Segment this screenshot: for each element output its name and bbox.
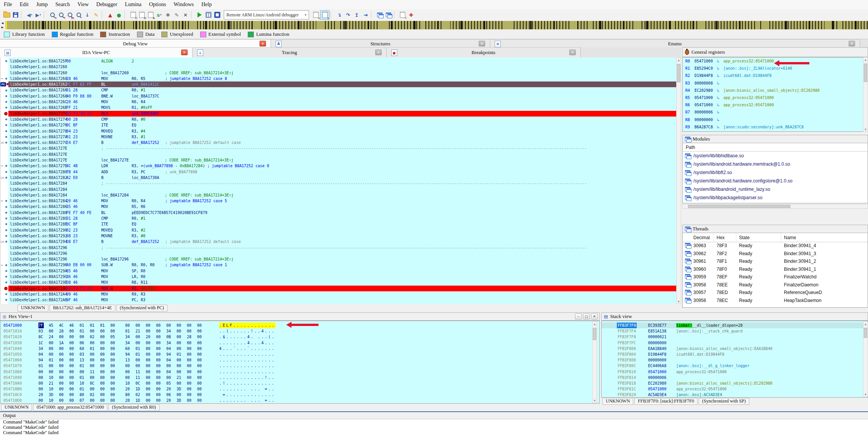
hex-row[interactable]: 0547108000000000001100000011000004000000… xyxy=(0,369,599,375)
lumina-icon[interactable]: ● xyxy=(115,11,123,19)
hex-close-icon[interactable]: ✕ xyxy=(591,313,598,320)
hex-row[interactable]: 054710B00010000001000000201D0000203D0000… xyxy=(0,386,599,392)
disasm-line[interactable]: libDexHelper1.so:B8A1729A85 46MOVSP, R0 xyxy=(8,268,676,274)
debug-windows-icon[interactable] xyxy=(375,11,384,19)
hex-dump[interactable]: 054710007F454C46010101000000000000000000… xyxy=(0,321,600,404)
register-row[interactable]: R700000006↳ xyxy=(683,110,868,117)
desktop-windows-icon[interactable] xyxy=(384,11,393,19)
register-row[interactable]: R4EC202980↳[anon:bionic_alloc_small_obje… xyxy=(683,88,868,96)
instruction-dot[interactable] xyxy=(5,171,7,173)
instruction-dot[interactable] xyxy=(5,299,7,301)
disasm-line[interactable]: libDexHelper1.so:B8A17288FE F7 40 FEBLpE… xyxy=(8,210,676,216)
thread-row[interactable]: 3095978EFReadyFinalizerWatchd xyxy=(683,273,868,281)
disasm-line[interactable]: libDexHelper1.so:B8A1729ED8 46MOVR8, R11 xyxy=(8,280,676,285)
module-row[interactable]: /system/lib/libft2.so xyxy=(683,168,868,177)
disasm-line[interactable]: libDexHelper1.so:B8A1726601 28CMPR0, #1 xyxy=(8,87,676,93)
continue-process-button[interactable] xyxy=(195,11,204,19)
register-row[interactable]: R9B6A287C8↳[anon:scudo:secondary]:unk_B6… xyxy=(683,125,868,132)
instruction-dot[interactable] xyxy=(5,270,7,272)
stack-row[interactable]: FFB3F7FC00000000 xyxy=(602,340,868,346)
debugger-backend-select[interactable]: Remote ARM Linux/Android debugger▼ xyxy=(224,10,309,19)
menu-item-options[interactable]: Options xyxy=(145,1,170,8)
module-row[interactable]: /system/lib/libhidlbase.so xyxy=(683,152,868,160)
instruction-dot[interactable] xyxy=(5,217,7,219)
instruction-dot[interactable] xyxy=(5,229,7,231)
disasm-line[interactable]: libDexHelper1.so:B8A172A04F F4 F1 63MOV.… xyxy=(8,286,676,291)
make-code-icon[interactable]: C xyxy=(129,11,137,19)
stop-process-button[interactable] xyxy=(213,11,221,19)
stack-list[interactable]: FFB3F7F0EC393E77linker:__dl__loader_dlop… xyxy=(601,321,868,398)
stack-scrollbar[interactable]: ▲▼ xyxy=(863,321,868,397)
instruction-dot[interactable] xyxy=(5,142,7,144)
search-sequence-icon[interactable]: 01 xyxy=(65,11,74,19)
menu-item-debugger[interactable]: Debugger xyxy=(92,1,121,8)
hex-row[interactable]: 0547101003002800010000000121000034000000… xyxy=(0,328,599,334)
menu-item-jump[interactable]: Jump xyxy=(32,1,51,8)
navigate-back-icon[interactable]: ◀▾ xyxy=(25,11,34,19)
disasm-line[interactable]: libDexHelper1.so:B8A1729C86 46MOVLR, R0 xyxy=(8,274,676,280)
thread-row[interactable]: 3095878EEReadyFinalizerDaemon xyxy=(683,281,868,289)
nav-scroll-left-icon[interactable]: ◀ xyxy=(0,21,5,25)
save-icon[interactable] xyxy=(11,11,20,19)
hex-row[interactable]: 054710A000210000100C0000100C000005000000… xyxy=(0,380,599,386)
disasm-line[interactable]: libDexHelper1.so:B8A1727CE4 E7Bdef_B8A17… xyxy=(8,140,676,145)
tab-close-icon[interactable]: ✕ xyxy=(375,50,382,55)
edit-function-icon[interactable]: ✎ xyxy=(172,11,181,19)
disasm-line[interactable]: libDexHelper1.so:B8A172A499 46MOVR9, R3 xyxy=(8,291,676,297)
stack-row[interactable]: FFB3F800EAA1B840[anon:bionic_alloc_small… xyxy=(602,346,868,352)
menu-item-view[interactable]: View xyxy=(74,1,92,8)
instruction-dot[interactable] xyxy=(5,107,7,109)
instruction-dot[interactable] xyxy=(5,124,7,126)
disasm-line[interactable]: libDexHelper1.so:B8A17270B1 F7 34 ECBLXu… xyxy=(8,111,676,117)
disasm-line[interactable]: libDexHelper1.so:B8A1728242 E0Bloc_B8A17… xyxy=(8,175,676,181)
add-breakpoint-icon[interactable]: ✚ xyxy=(407,11,416,19)
disasm-line[interactable]: libDexHelper1.so:B8A1728420 46MOVR0, R4;… xyxy=(8,198,676,204)
disasm-line[interactable]: libDexHelper1.so:B8A1727E xyxy=(8,152,676,157)
disasm-line[interactable]: libDexHelper1.so:B8A17296A0 EB 00 00SUB.… xyxy=(8,262,676,268)
stack-row[interactable]: FFB3F81400000006 xyxy=(602,375,868,380)
instruction-dot[interactable] xyxy=(5,200,7,202)
thread-row[interactable]: 3096178F1ReadyBinder:30941_2 xyxy=(683,258,868,266)
disasm-line[interactable]: libDexHelper1.so:B8A1729208 23MOVNER3, #… xyxy=(8,233,676,239)
modules-column-header[interactable]: Path xyxy=(682,143,868,152)
stack-row[interactable]: FFB3F81C05471000app_process32:05471000 xyxy=(602,386,868,392)
instruction-dot[interactable] xyxy=(5,235,7,237)
disasm-line[interactable]: libDexHelper1.so:B8A1728C01 28CMPR0, #1 xyxy=(8,216,676,221)
registers-scrollbar[interactable]: ▲▼ xyxy=(863,57,868,132)
make-data-icon[interactable]: D xyxy=(137,11,146,19)
disasm-line[interactable]: libDexHelper1.so:B8A1727Eloc_B8A1727E; C… xyxy=(8,157,676,163)
hex-scrollbar[interactable]: ▲▼ xyxy=(592,321,597,403)
stack-row[interactable]: FFB3F7F0EC393E77linker:__dl__loader_dlop… xyxy=(602,323,868,328)
register-row[interactable]: R2D19844F8↳icudt68l.dat:D19844F8 xyxy=(683,74,868,81)
disasm-line[interactable]: libDexHelper1.so:B8A17260 xyxy=(8,64,676,70)
hex-row[interactable]: 0547104034000000600100006001000004000000… xyxy=(0,346,599,352)
patch-program-icon[interactable]: ✱ xyxy=(164,11,172,19)
instruction-dot[interactable] xyxy=(5,264,7,266)
hex-row[interactable]: 0547106094010000130000001300000004000000… xyxy=(0,357,599,363)
search-immediate-icon[interactable]: # xyxy=(48,11,57,19)
disasm-line[interactable]: libDexHelper1.so:B8A1726028 46MOVR0, R5;… xyxy=(8,76,676,81)
disasm-line[interactable]: libDexHelper1.so:B8A1726840 F0 88 80BNE.… xyxy=(8,93,676,99)
tab-close-icon[interactable]: ✕ xyxy=(479,41,485,46)
jump-target-arrow-icon[interactable]: → xyxy=(1,263,3,267)
tab-debug-view[interactable]: Debug View✕ xyxy=(0,39,271,48)
tab-tracing[interactable]: ↓Tracing✕ xyxy=(193,47,387,58)
tab-structures[interactable]: AStructures✕ xyxy=(271,39,490,48)
disasm-line[interactable]: libDexHelper1.so:B8A17296loc_B8A17296; C… xyxy=(8,256,676,262)
disasm-line[interactable]: libDexHelper1.so:B8A1728635 46MOVR5, R6 xyxy=(8,204,676,209)
disassembly-scrollbar[interactable]: ▲▼ xyxy=(676,58,681,304)
problems-icon[interactable]: ▲ xyxy=(106,11,115,19)
disasm-line[interactable]: libDexHelper1.so:B8A1726EFF 21MOVSR1, #0… xyxy=(8,105,676,110)
instruction-dot[interactable] xyxy=(5,212,7,214)
disasm-line[interactable]: libDexHelper1.so:B8A172760C BFITEEQ xyxy=(8,122,676,128)
disasm-line[interactable]: libDexHelper1.so:B8A1727804 23MOVEQR3, #… xyxy=(8,128,676,134)
disasm-line[interactable]: libDexHelper1.so:B8A1727E4C 4BLDRR3, =(u… xyxy=(8,163,676,169)
disasm-line[interactable]: libDexHelper1.so:B8A17262FC F7 63 FFBLun… xyxy=(8,81,676,87)
hex-row[interactable]: 054710301C001A00060000003400000034000000… xyxy=(0,340,599,346)
disasm-line[interactable]: libDexHelper1.so:B8A1726C20 46MOVR0, R4 xyxy=(8,99,676,105)
disasm-line[interactable]: libDexHelper1.so:B8A17284 xyxy=(8,187,676,192)
tab-enums[interactable]: ≡Enums✕ xyxy=(490,39,860,48)
hex-restore-icon[interactable]: □ xyxy=(583,313,590,320)
instruction-dot[interactable] xyxy=(5,60,7,62)
pause-process-button[interactable] xyxy=(204,11,213,19)
